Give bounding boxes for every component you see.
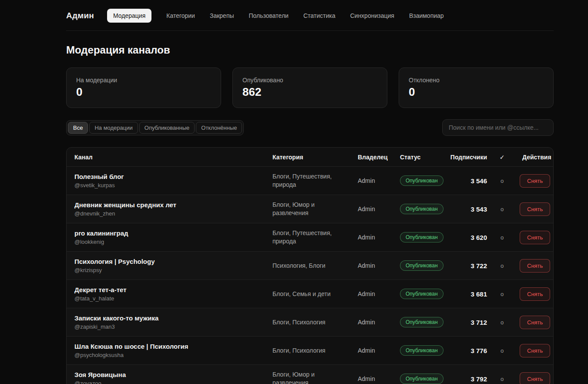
channel-handle: @svetik_kurpas — [74, 182, 259, 189]
remove-button[interactable]: Снять — [520, 316, 550, 329]
channel-handle: @psychologksusha — [74, 351, 259, 359]
table-row: Психология | Psychology @krizispsy Психо… — [67, 252, 554, 280]
actions-cell: Снять — [512, 337, 554, 365]
status-cell: Опубликован — [392, 308, 447, 337]
channel-category: Блоги, Путешествия, природа — [265, 223, 350, 252]
channel-category: Блоги, Юмор и развлечения — [265, 195, 350, 223]
col-header-subscribers: Подписчики — [447, 148, 492, 167]
channel-category: Блоги, Юмор и развлечения — [265, 365, 350, 384]
table-body: Полезный блог @svetik_kurpas Блоги, Путе… — [67, 167, 554, 384]
nav-tab[interactable]: Закрепы — [210, 9, 234, 23]
col-header-check: ✓ — [492, 148, 512, 167]
status-badge: Опубликован — [400, 260, 444, 271]
stat-card: Отклонено 0 — [399, 67, 554, 108]
filter-pill[interactable]: На модерации — [89, 122, 138, 134]
check-indicator: o — [492, 308, 512, 337]
channel-owner: Admin — [350, 308, 392, 337]
stat-label: Отклонено — [409, 77, 544, 84]
table-row: Декрет тет-а-тет @tata_v_halate Блоги, С… — [67, 280, 554, 308]
channel-owner: Admin — [350, 252, 392, 280]
status-badge: Опубликован — [400, 289, 444, 299]
nav-tab[interactable]: Пользователи — [249, 9, 289, 23]
stat-card: На модерации 0 — [66, 67, 221, 108]
status-cell: Опубликован — [392, 252, 447, 280]
col-header-actions: Действия — [512, 148, 554, 167]
search-input[interactable] — [442, 119, 554, 136]
actions-cell: Снять — [512, 167, 554, 195]
channel-category: Блоги, Психология — [265, 308, 350, 337]
nav-tab[interactable]: Синхронизация — [350, 9, 394, 23]
channel-cell: Психология | Psychology @krizispsy — [67, 252, 265, 280]
channel-owner: Admin — [350, 280, 392, 308]
subscribers-count: 3 792 — [447, 365, 492, 384]
stat-card: Опубликовано 862 — [232, 67, 387, 108]
stats-row: На модерации 0 Опубликовано 862 Отклонен… — [66, 67, 554, 108]
channel-cell: Полезный блог @svetik_kurpas — [67, 167, 265, 195]
subscribers-count: 3 681 — [447, 280, 492, 308]
status-cell: Опубликован — [392, 337, 447, 365]
filter-pill[interactable]: Опубликованные — [139, 122, 195, 134]
channel-cell: Дневник женщины средних лет @dnevnik_zhe… — [67, 195, 265, 223]
nav-tab[interactable]: Модерация — [107, 9, 151, 23]
actions-cell: Снять — [512, 195, 554, 223]
check-indicator: o — [492, 252, 512, 280]
nav-tab[interactable]: Статистика — [303, 9, 336, 23]
channel-owner: Admin — [350, 223, 392, 252]
stat-value: 862 — [242, 85, 377, 99]
actions-cell: Снять — [512, 223, 554, 252]
actions-cell: Снять — [512, 280, 554, 308]
check-indicator: o — [492, 365, 512, 384]
remove-button[interactable]: Снять — [520, 344, 550, 357]
col-header-owner: Владелец — [350, 148, 392, 167]
status-badge: Опубликован — [400, 204, 444, 214]
channel-cell: Шла Ксюша по шоссе | Психология @psychol… — [67, 337, 265, 365]
subscribers-count: 3 543 — [447, 195, 492, 223]
stat-label: На модерации — [76, 77, 211, 84]
filter-pill[interactable]: Отклонённые — [196, 122, 242, 134]
remove-button[interactable]: Снять — [520, 372, 550, 384]
remove-button[interactable]: Снять — [520, 174, 550, 188]
channel-handle: @dnevnik_zhen — [74, 210, 259, 217]
channel-handle: @zoyazoo — [74, 380, 259, 384]
channel-owner: Admin — [350, 365, 392, 384]
check-indicator: o — [492, 337, 512, 365]
status-cell: Опубликован — [392, 223, 447, 252]
channel-name: Зоя Яровицына — [74, 371, 259, 379]
nav-tab[interactable]: Категории — [166, 9, 195, 23]
table-header-row: Канал Категория Владелец Статус Подписчи… — [67, 148, 554, 167]
channel-category: Блоги, Психология — [265, 337, 350, 365]
remove-button[interactable]: Снять — [520, 259, 550, 273]
table-row: Зоя Яровицына @zoyazoo Блоги, Юмор и раз… — [67, 365, 554, 384]
table-row: pro калининград @lookkenig Блоги, Путеше… — [67, 223, 554, 252]
subscribers-count: 3 776 — [447, 337, 492, 365]
channel-cell: pro калининград @lookkenig — [67, 223, 265, 252]
table-row: Записки какого-то мужика @zapiski_man3 Б… — [67, 308, 554, 337]
status-filter-group: ВсеНа модерацииОпубликованныеОтклонённые — [66, 120, 244, 135]
actions-cell: Снять — [512, 252, 554, 280]
channels-table: Канал Категория Владелец Статус Подписчи… — [66, 147, 554, 384]
remove-button[interactable]: Снять — [520, 202, 550, 216]
table-row: Полезный блог @svetik_kurpas Блоги, Путе… — [67, 167, 554, 195]
channel-name: Психология | Psychology — [74, 257, 259, 266]
remove-button[interactable]: Снять — [520, 287, 550, 301]
channel-name: Дневник женщины средних лет — [74, 201, 259, 209]
channel-cell: Записки какого-то мужика @zapiski_man3 — [67, 308, 265, 337]
filter-pill[interactable]: Все — [68, 122, 88, 134]
channel-handle: @tata_v_halate — [74, 295, 259, 302]
status-badge: Опубликован — [400, 345, 444, 356]
channel-owner: Admin — [350, 167, 392, 195]
stat-value: 0 — [409, 85, 544, 99]
brand-title: Админ — [66, 11, 94, 20]
nav-tab[interactable]: Взаимопиар — [409, 9, 444, 23]
table-row: Шла Ксюша по шоссе | Психология @psychol… — [67, 337, 554, 365]
remove-button[interactable]: Снять — [520, 231, 550, 244]
check-indicator: o — [492, 167, 512, 195]
channel-category: Блоги, Путешествия, природа — [265, 167, 350, 195]
filter-bar: ВсеНа модерацииОпубликованныеОтклонённые — [66, 119, 554, 136]
col-header-category: Категория — [265, 148, 350, 167]
subscribers-count: 3 712 — [447, 308, 492, 337]
channel-category: Психология, Блоги — [265, 252, 350, 280]
status-badge: Опубликован — [400, 232, 444, 243]
channel-name: Декрет тет-а-тет — [74, 286, 259, 294]
channel-cell: Зоя Яровицына @zoyazoo — [67, 365, 265, 384]
